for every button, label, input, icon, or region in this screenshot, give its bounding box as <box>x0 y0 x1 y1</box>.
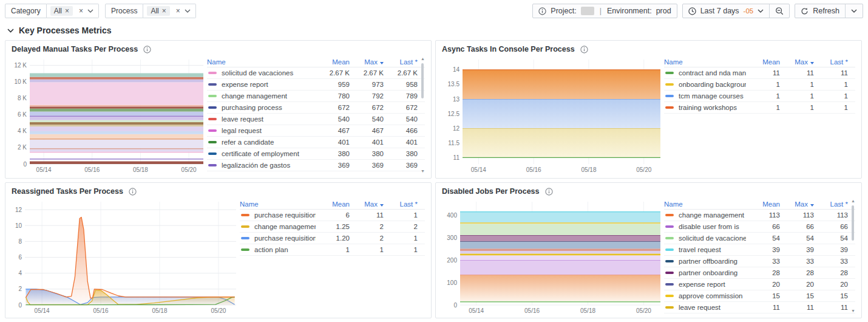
scroll-down-icon[interactable]: ▼ <box>421 169 425 173</box>
legend-row[interactable]: refer a candidate401401401 <box>207 137 425 148</box>
async-tasks-chart[interactable]: 1111.51212.51313.51405/1405/1605/1805/20 <box>438 55 663 174</box>
series-name[interactable]: change management <box>222 92 287 100</box>
legend-row[interactable]: solicitud de vacaciones545454 <box>664 233 855 244</box>
series-name[interactable]: disable user from is <box>679 223 739 230</box>
category-filter-chip[interactable]: All × <box>50 6 73 16</box>
panel-info-icon[interactable] <box>545 188 553 196</box>
scroll-down-icon[interactable]: ▼ <box>851 309 855 313</box>
legend-row[interactable]: change management1.2522 <box>240 221 425 233</box>
clear-filter-icon[interactable]: × <box>176 7 180 15</box>
process-filter-chip[interactable]: All × <box>147 6 169 16</box>
legend-row[interactable]: leave request540540540 <box>207 114 425 125</box>
series-name[interactable]: onboarding background checks <box>679 81 746 88</box>
legend-row[interactable]: change management113113113 <box>664 210 855 221</box>
legend-row[interactable]: legalización de gastos369369369 <box>207 160 425 171</box>
category-filter-value[interactable]: All × × <box>47 4 99 18</box>
legend-col-name[interactable]: Name <box>664 200 746 208</box>
legend-row[interactable]: disable user from is666666 <box>664 221 855 233</box>
clear-filter-icon[interactable]: × <box>79 7 83 15</box>
panel-info-icon[interactable] <box>129 188 137 196</box>
scroll-up-icon[interactable]: ▲ <box>851 199 855 203</box>
legend-row[interactable]: purchasing process672672672 <box>207 102 425 114</box>
refresh-interval-dropdown[interactable] <box>845 4 863 18</box>
panel-info-icon[interactable] <box>143 46 151 53</box>
legend-scrollbar[interactable]: ▲▼ <box>419 57 425 174</box>
process-filter-value[interactable]: All × × <box>143 4 195 18</box>
legend-col-mean[interactable]: Mean <box>316 58 350 66</box>
series-name[interactable]: contract and nda management <box>679 69 746 77</box>
legend-row[interactable]: certificate of employment380380380 <box>207 148 425 160</box>
series-name[interactable]: action plan <box>254 246 288 253</box>
series-name[interactable]: partner onboarding <box>679 269 737 276</box>
time-range-picker[interactable]: Last 7 days -05 <box>683 4 770 18</box>
remove-value-icon[interactable]: × <box>162 7 166 15</box>
series-name[interactable]: purchase requisition <box>254 235 316 242</box>
series-name[interactable]: solicitud de vacaciones <box>679 235 746 242</box>
disabled-jobs-chart[interactable]: 010020030040005/1405/1605/1805/20 <box>438 197 663 315</box>
legend-row[interactable]: digital document request343343343 <box>207 171 425 174</box>
series-name[interactable]: purchasing process <box>222 104 282 111</box>
series-name[interactable]: tcm manage courses <box>679 92 744 100</box>
legend-col-last[interactable]: Last * <box>814 58 848 66</box>
legend-col-name[interactable]: Name <box>207 58 316 66</box>
legend-col-name[interactable]: Name <box>240 200 316 208</box>
series-name[interactable]: solicitud de vacaciones <box>222 69 293 77</box>
scrollbar-thumb[interactable] <box>421 63 424 98</box>
legend-row[interactable]: purchase requisition1.2021 <box>240 233 425 244</box>
series-name[interactable]: change management <box>679 211 744 219</box>
legend-col-max[interactable]: Max <box>350 200 384 208</box>
chart-area[interactable]: 02 K4 K6 K8 K10 K12 K05/1405/1605/1805/2… <box>8 55 206 177</box>
legend-row[interactable]: travel request393939 <box>664 244 855 256</box>
legend-row[interactable]: leave request111111 <box>664 302 855 313</box>
chart-area[interactable]: 010020030040005/1405/1605/1805/20 <box>438 197 663 317</box>
series-name[interactable]: digital document request <box>222 173 297 174</box>
legend-col-last[interactable]: Last * <box>384 58 418 66</box>
legend-col-last[interactable]: Last * <box>814 200 848 208</box>
legend-col-max[interactable]: Max <box>780 58 814 66</box>
legend-col-mean[interactable]: Mean <box>746 58 780 66</box>
remove-value-icon[interactable]: × <box>65 7 69 15</box>
legend-row[interactable]: contract and nda management111111 <box>664 67 855 79</box>
legend-row[interactable]: partner onboarding282828 <box>664 267 855 279</box>
chevron-down-icon[interactable] <box>185 9 191 13</box>
legend-row[interactable]: tcm manage courses111 <box>664 91 855 102</box>
refresh-button[interactable]: Refresh <box>795 4 845 18</box>
legend-col-mean[interactable]: Mean <box>746 200 780 208</box>
legend-scrollbar[interactable]: ▲▼ <box>849 199 855 314</box>
legend-row[interactable]: purchase requisition invoices6111 <box>240 210 425 221</box>
legend-row[interactable]: training workshops111 <box>664 102 855 114</box>
reassigned-tasks-chart[interactable]: 02468101205/1405/1605/1805/20 <box>8 197 239 315</box>
legend-row[interactable]: onboarding background checks111 <box>664 79 855 91</box>
series-name[interactable]: legal request <box>222 127 262 134</box>
legend-row[interactable]: change management780792789 <box>207 91 425 102</box>
scrollbar-thumb[interactable] <box>852 205 854 241</box>
legend-row[interactable]: expense report959973958 <box>207 79 425 91</box>
zoom-out-button[interactable] <box>769 4 789 18</box>
series-name[interactable]: expense report <box>679 281 725 288</box>
legend-row[interactable]: partner offboarding333333 <box>664 256 855 267</box>
legend-row[interactable]: legal request467467466 <box>207 125 425 137</box>
legend-row[interactable]: solicitud de vacaciones2.67 K2.67 K2.67 … <box>207 67 425 79</box>
chart-area[interactable]: 02468101205/1405/1605/1805/20 <box>8 197 239 317</box>
series-name[interactable]: purchase requisition invoices <box>254 211 316 219</box>
legend-col-max[interactable]: Max <box>780 200 814 208</box>
series-name[interactable]: expense report <box>222 81 268 88</box>
chart-area[interactable]: 1111.51212.51313.51405/1405/1605/1805/20 <box>438 55 663 177</box>
series-name[interactable]: partner offboarding <box>679 258 737 265</box>
series-name[interactable]: certificate of employment <box>222 150 299 157</box>
legend-row[interactable]: onboarding999 <box>664 313 855 314</box>
scroll-up-icon[interactable]: ▲ <box>421 57 425 61</box>
legend-row[interactable]: action plan111 <box>240 244 425 256</box>
legend-row[interactable]: approve commission151515 <box>664 290 855 302</box>
section-row-header[interactable]: Key Processes Metrics <box>0 19 868 40</box>
legend-row[interactable]: expense report202020 <box>664 279 855 290</box>
series-name[interactable]: change management <box>254 223 316 230</box>
series-name[interactable]: legalización de gastos <box>222 162 290 169</box>
series-name[interactable]: leave request <box>679 304 721 311</box>
series-name[interactable]: travel request <box>679 246 721 253</box>
series-name[interactable]: leave request <box>222 115 263 123</box>
legend-col-name[interactable]: Name <box>664 58 746 66</box>
legend-col-mean[interactable]: Mean <box>316 200 350 208</box>
series-name[interactable]: approve commission <box>679 292 742 300</box>
legend-col-last[interactable]: Last * <box>384 200 418 208</box>
